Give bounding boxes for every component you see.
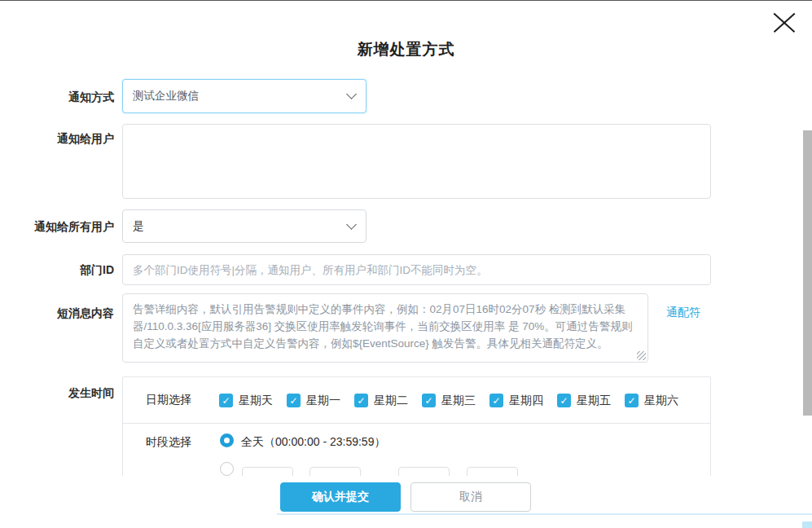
cancel-button[interactable]: 取消 [410,482,531,512]
dept-id-label: 部门ID [24,263,114,278]
chevron-down-icon [346,89,357,99]
checkbox-checked-icon[interactable]: ✓ [489,394,503,407]
confirm-submit-button[interactable]: 确认并提交 [280,482,401,512]
dept-id-input[interactable] [122,254,711,285]
custom-time-radio[interactable] [220,462,234,476]
checkbox-checked-icon[interactable]: ✓ [422,394,436,407]
footer-bar: 确认并提交 取消 [0,476,812,528]
weekday-wednesday[interactable]: ✓ 星期三 [422,394,489,408]
underlying-element-edge [277,513,812,515]
close-icon[interactable] [769,8,800,37]
modal-dialog: 新增处置方式 通知方式 测试企业微信 通知给用户 通知给所有用户 是 部门ID … [0,0,812,528]
weekday-saturday[interactable]: ✓ 星期六 [625,394,692,408]
sms-content-value: 告警详细内容，默认引用告警规则中定义的事件内容，例如：02月07日16时02分0… [133,303,632,350]
resize-handle-icon[interactable] [637,351,646,360]
notify-all-select[interactable]: 是 [122,209,366,243]
wildcard-link[interactable]: 通配符 [666,306,700,320]
notify-users-label: 通知给用户 [24,132,114,147]
vertical-scrollbar-thumb[interactable] [803,130,812,416]
weekday-sunday[interactable]: ✓ 星期天 [219,394,287,408]
weekday-friday[interactable]: ✓ 星期五 [557,394,625,408]
sms-content-label: 短消息内容 [24,306,114,321]
checkbox-checked-icon[interactable]: ✓ [219,394,233,407]
notify-method-value: 测试企业微信 [133,89,199,103]
weekday-tuesday[interactable]: ✓ 星期二 [354,394,422,408]
all-day-label: 全天（00:00:00 - 23:59:59） [241,435,385,450]
all-day-radio[interactable] [220,433,234,447]
page-title: 新增处置方式 [0,39,812,60]
weekday-monday[interactable]: ✓ 星期一 [287,394,354,408]
underlying-element-corner [802,521,812,528]
occurrence-label: 发生时间 [24,386,114,401]
checkbox-checked-icon[interactable]: ✓ [557,394,571,407]
checkbox-checked-icon[interactable]: ✓ [287,394,301,407]
notify-all-value: 是 [133,219,144,234]
notify-method-select[interactable]: 测试企业微信 [122,79,366,113]
chevron-down-icon [346,219,357,230]
date-select-label: 日期选择 [146,393,191,407]
checkbox-checked-icon[interactable]: ✓ [625,394,639,407]
top-divider [0,0,812,1]
time-select-label: 时段选择 [146,435,191,450]
notify-method-label: 通知方式 [24,90,114,105]
weekday-checkbox-group: ✓ 星期天 ✓ 星期一 ✓ 星期二 ✓ 星期三 ✓ 星期四 ✓ 星期五 [219,377,692,424]
sms-content-textarea[interactable]: 告警详细内容，默认引用告警规则中定义的事件内容，例如：02月07日16时02分0… [122,293,648,363]
notify-users-textarea[interactable] [122,124,711,199]
checkbox-checked-icon[interactable]: ✓ [354,394,368,407]
weekday-thursday[interactable]: ✓ 星期四 [489,394,557,408]
notify-all-label: 通知给所有用户 [8,220,114,235]
